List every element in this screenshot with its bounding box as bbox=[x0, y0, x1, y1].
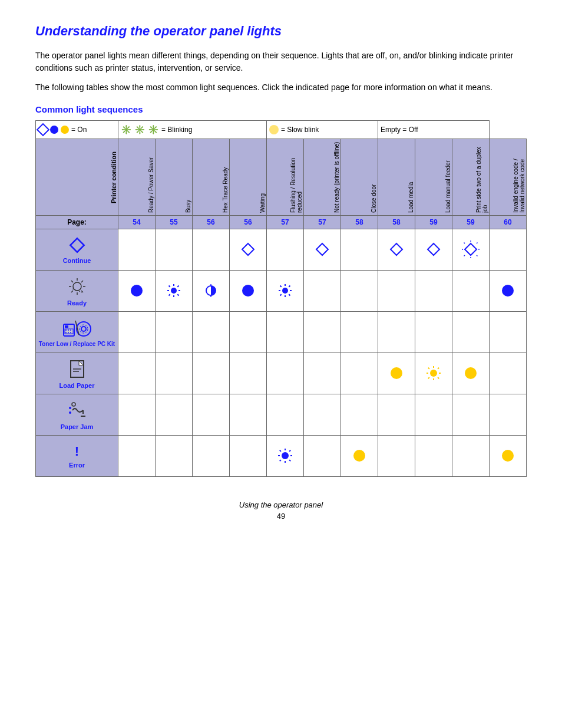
toner-col9 bbox=[452, 312, 490, 353]
paperjam-col8 bbox=[415, 394, 452, 436]
page-numbers-row: Page: 54 55 56 56 57 57 58 58 59 59 60 bbox=[36, 216, 527, 229]
page-58a[interactable]: 58 bbox=[341, 216, 378, 229]
svg-line-13 bbox=[477, 255, 478, 256]
light-sequences-table: = On ✳️ ✳️ ✳️ = Blinking = Slow blink Em… bbox=[35, 120, 527, 477]
svg-point-25 bbox=[171, 288, 177, 294]
paper-jam-icon bbox=[65, 400, 89, 421]
error-col8 bbox=[415, 436, 452, 477]
error-col4 bbox=[267, 436, 304, 477]
ready-waiting-on-icon bbox=[242, 285, 254, 297]
error-col7 bbox=[378, 436, 415, 477]
legend-off: Empty = Off bbox=[381, 126, 487, 134]
paperjam-row-label: Paper Jam bbox=[38, 400, 115, 430]
loadpaper-col5 bbox=[304, 353, 341, 394]
paperjam-col3 bbox=[230, 394, 267, 436]
legend-blinking-label: = Blinking bbox=[161, 126, 192, 134]
ready-col10 bbox=[490, 271, 527, 312]
page-56b[interactable]: 56 bbox=[230, 216, 267, 229]
paperjam-col4 bbox=[267, 394, 304, 436]
page-57b[interactable]: 57 bbox=[304, 216, 341, 229]
ready-col3 bbox=[230, 271, 267, 312]
svg-point-72 bbox=[69, 407, 71, 409]
continue-col9 bbox=[452, 229, 490, 271]
col-header-not-ready: Not ready (printer is offline) bbox=[304, 139, 341, 216]
ready-invalidengine-on-icon bbox=[502, 285, 514, 297]
section-title: Common light sequences bbox=[35, 104, 527, 114]
loadpaper-label-cell: Load Paper bbox=[36, 353, 118, 394]
svg-point-49 bbox=[65, 330, 67, 331]
legend-blue-circle-icon bbox=[50, 126, 58, 134]
page-57a[interactable]: 57 bbox=[267, 216, 304, 229]
loadpaper-text: Load Paper bbox=[59, 382, 95, 389]
svg-line-42 bbox=[280, 285, 282, 286]
error-label-cell: ! Error bbox=[36, 436, 118, 477]
svg-point-53 bbox=[68, 332, 69, 333]
page-56a[interactable]: 56 bbox=[193, 216, 230, 229]
continue-row-label: Continue bbox=[38, 236, 115, 264]
svg-marker-3 bbox=[316, 243, 328, 255]
svg-point-63 bbox=[430, 370, 437, 377]
svg-marker-4 bbox=[391, 243, 402, 255]
error-col2 bbox=[193, 436, 230, 477]
page-60[interactable]: 60 bbox=[490, 216, 527, 229]
page-55[interactable]: 55 bbox=[156, 216, 193, 229]
continue-col0 bbox=[118, 229, 156, 271]
continue-col3 bbox=[230, 229, 267, 271]
ready-col9 bbox=[452, 271, 490, 312]
svg-line-43 bbox=[289, 285, 290, 286]
description-2: The following tables show the most commo… bbox=[35, 81, 527, 94]
svg-point-37 bbox=[282, 288, 288, 294]
ready-text: Ready bbox=[67, 299, 87, 307]
svg-line-21 bbox=[81, 281, 83, 282]
svg-line-45 bbox=[289, 294, 290, 295]
legend-slow-blink: = Slow blink bbox=[269, 125, 375, 134]
toner-col2 bbox=[193, 312, 230, 353]
ready-hextrace-half-icon bbox=[204, 292, 218, 299]
continue-loadmanual-diamond-icon bbox=[427, 251, 441, 258]
svg-line-20 bbox=[71, 281, 73, 282]
svg-point-77 bbox=[282, 452, 289, 459]
continue-notready-diamond-icon bbox=[315, 251, 329, 258]
toner-col0 bbox=[118, 312, 156, 353]
legend-yellow-circle-icon bbox=[61, 126, 69, 134]
legend-on: = On bbox=[38, 125, 115, 134]
row-loadpaper: Load Paper bbox=[36, 353, 527, 394]
col-header-waiting: Waiting bbox=[230, 139, 267, 216]
paperjam-text: Paper Jam bbox=[61, 423, 94, 430]
svg-line-85 bbox=[289, 460, 290, 461]
legend-row: = On ✳️ ✳️ ✳️ = Blinking = Slow blink Em… bbox=[36, 121, 527, 139]
error-col3 bbox=[230, 436, 267, 477]
row-ready: Ready bbox=[36, 271, 527, 312]
svg-point-51 bbox=[70, 330, 71, 331]
page-59b[interactable]: 59 bbox=[452, 216, 490, 229]
page-54[interactable]: 54 bbox=[118, 216, 156, 229]
error-closedoor-yellow-icon bbox=[353, 450, 365, 462]
col-header-flushing: Flushing / Resolution reduced bbox=[267, 139, 304, 216]
ready-col1 bbox=[156, 271, 193, 312]
paperjam-col6 bbox=[341, 394, 378, 436]
col-header-ready-powersaver: Ready / Power Saver bbox=[118, 139, 156, 216]
ready-col0 bbox=[118, 271, 156, 312]
loadpaper-col6 bbox=[341, 353, 378, 394]
toner-col5 bbox=[304, 312, 341, 353]
loadpaper-col9 bbox=[452, 353, 490, 394]
col-header-close-door: Close door bbox=[341, 139, 378, 216]
svg-point-50 bbox=[68, 330, 69, 331]
continue-loadmedia-diamond-icon bbox=[389, 251, 404, 258]
ready-col8 bbox=[415, 271, 452, 312]
page-58b[interactable]: 58 bbox=[378, 216, 415, 229]
row-continue: Continue bbox=[36, 229, 527, 271]
loadpaper-col10 bbox=[490, 353, 527, 394]
paperjam-col10 bbox=[490, 394, 527, 436]
description-1: The operator panel lights mean different… bbox=[35, 50, 527, 74]
paperjam-label-cell: Paper Jam bbox=[36, 394, 118, 436]
continue-col8 bbox=[415, 229, 452, 271]
svg-line-11 bbox=[477, 242, 478, 243]
page-59a[interactable]: 59 bbox=[415, 216, 452, 229]
loadpaper-col1 bbox=[156, 353, 193, 394]
toner-col7 bbox=[378, 312, 415, 353]
svg-line-10 bbox=[464, 242, 465, 243]
error-icon: ! bbox=[75, 444, 79, 459]
legend-blink-sun3-icon: ✳️ bbox=[148, 124, 159, 135]
svg-line-68 bbox=[428, 367, 429, 368]
